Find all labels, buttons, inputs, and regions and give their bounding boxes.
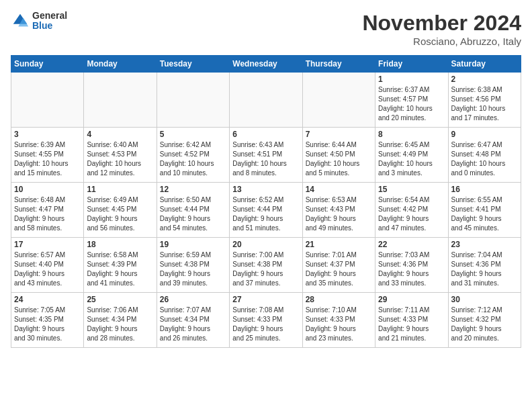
- calendar-cell: 26Sunrise: 7:07 AM Sunset: 4:34 PM Dayli…: [157, 293, 229, 348]
- calendar-cell: 17Sunrise: 6:57 AM Sunset: 4:40 PM Dayli…: [11, 238, 84, 293]
- calendar-cell: 3Sunrise: 6:39 AM Sunset: 4:55 PM Daylig…: [11, 128, 84, 183]
- day-number: 20: [232, 240, 299, 249]
- calendar-cell: 21Sunrise: 7:01 AM Sunset: 4:37 PM Dayli…: [302, 238, 375, 293]
- day-number: 6: [232, 130, 299, 139]
- logo: General Blue: [11, 11, 67, 32]
- col-header-saturday: Saturday: [448, 56, 521, 73]
- month-title: November 2024: [362, 11, 521, 36]
- calendar-cell: 29Sunrise: 7:11 AM Sunset: 4:33 PM Dayli…: [375, 293, 448, 348]
- day-info: Sunrise: 7:05 AM Sunset: 4:35 PM Dayligh…: [14, 306, 81, 343]
- day-info: Sunrise: 7:04 AM Sunset: 4:36 PM Dayligh…: [451, 250, 518, 288]
- day-info: Sunrise: 7:08 AM Sunset: 4:33 PM Dayligh…: [232, 306, 299, 343]
- calendar-week-2: 3Sunrise: 6:39 AM Sunset: 4:55 PM Daylig…: [11, 128, 521, 183]
- day-number: 30: [451, 295, 518, 304]
- day-number: 4: [87, 130, 153, 139]
- calendar-week-1: 1Sunrise: 6:37 AM Sunset: 4:57 PM Daylig…: [11, 73, 521, 128]
- col-header-sunday: Sunday: [11, 56, 84, 73]
- calendar-cell: 18Sunrise: 6:58 AM Sunset: 4:39 PM Dayli…: [84, 238, 157, 293]
- day-info: Sunrise: 6:44 AM Sunset: 4:50 PM Dayligh…: [306, 140, 372, 178]
- calendar-cell: 15Sunrise: 6:54 AM Sunset: 4:42 PM Dayli…: [375, 183, 448, 238]
- day-info: Sunrise: 6:54 AM Sunset: 4:42 PM Dayligh…: [378, 195, 445, 233]
- day-info: Sunrise: 7:00 AM Sunset: 4:38 PM Dayligh…: [232, 250, 299, 288]
- calendar-cell: [302, 73, 375, 128]
- day-info: Sunrise: 6:57 AM Sunset: 4:40 PM Dayligh…: [14, 250, 81, 288]
- day-number: 26: [160, 295, 226, 304]
- day-number: 21: [306, 240, 372, 249]
- calendar-cell: 1Sunrise: 6:37 AM Sunset: 4:57 PM Daylig…: [375, 73, 448, 128]
- day-number: 1: [378, 75, 445, 84]
- day-number: 23: [451, 240, 518, 249]
- calendar-cell: 22Sunrise: 7:03 AM Sunset: 4:36 PM Dayli…: [375, 238, 448, 293]
- calendar-cell: 23Sunrise: 7:04 AM Sunset: 4:36 PM Dayli…: [448, 238, 521, 293]
- day-info: Sunrise: 7:07 AM Sunset: 4:34 PM Dayligh…: [160, 306, 226, 343]
- day-number: 7: [306, 130, 372, 139]
- day-number: 3: [14, 130, 81, 139]
- day-number: 14: [306, 185, 372, 194]
- calendar-header-row: SundayMondayTuesdayWednesdayThursdayFrid…: [11, 56, 521, 73]
- calendar-cell: 7Sunrise: 6:44 AM Sunset: 4:50 PM Daylig…: [302, 128, 375, 183]
- day-info: Sunrise: 6:55 AM Sunset: 4:41 PM Dayligh…: [451, 195, 518, 233]
- calendar-cell: 2Sunrise: 6:38 AM Sunset: 4:56 PM Daylig…: [448, 73, 521, 128]
- calendar-cell: 8Sunrise: 6:45 AM Sunset: 4:49 PM Daylig…: [375, 128, 448, 183]
- day-number: 22: [378, 240, 445, 249]
- day-info: Sunrise: 7:10 AM Sunset: 4:33 PM Dayligh…: [306, 306, 372, 343]
- calendar-cell: [84, 73, 157, 128]
- day-info: Sunrise: 6:59 AM Sunset: 4:38 PM Dayligh…: [160, 250, 226, 288]
- calendar-cell: 20Sunrise: 7:00 AM Sunset: 4:38 PM Dayli…: [230, 238, 302, 293]
- day-number: 10: [14, 185, 81, 194]
- calendar-cell: 30Sunrise: 7:12 AM Sunset: 4:32 PM Dayli…: [448, 293, 521, 348]
- day-number: 29: [378, 295, 445, 304]
- calendar-cell: 4Sunrise: 6:40 AM Sunset: 4:53 PM Daylig…: [84, 128, 157, 183]
- day-info: Sunrise: 7:11 AM Sunset: 4:33 PM Dayligh…: [378, 306, 445, 343]
- calendar-table: SundayMondayTuesdayWednesdayThursdayFrid…: [11, 55, 521, 348]
- day-number: 12: [160, 185, 226, 194]
- day-number: 17: [14, 240, 81, 249]
- day-number: 5: [160, 130, 226, 139]
- day-info: Sunrise: 6:42 AM Sunset: 4:52 PM Dayligh…: [160, 140, 226, 178]
- day-info: Sunrise: 6:43 AM Sunset: 4:51 PM Dayligh…: [232, 140, 299, 178]
- day-number: 13: [232, 185, 299, 194]
- day-number: 18: [87, 240, 153, 249]
- title-block: November 2024 Rosciano, Abruzzo, Italy: [362, 11, 521, 47]
- day-info: Sunrise: 6:53 AM Sunset: 4:43 PM Dayligh…: [306, 195, 372, 233]
- day-info: Sunrise: 6:37 AM Sunset: 4:57 PM Dayligh…: [378, 85, 445, 123]
- page-header: General Blue November 2024 Rosciano, Abr…: [11, 11, 521, 47]
- day-info: Sunrise: 7:12 AM Sunset: 4:32 PM Dayligh…: [451, 306, 518, 343]
- day-info: Sunrise: 6:39 AM Sunset: 4:55 PM Dayligh…: [14, 140, 81, 178]
- location-text: Rosciano, Abruzzo, Italy: [362, 36, 521, 47]
- day-number: 8: [378, 130, 445, 139]
- calendar-cell: 5Sunrise: 6:42 AM Sunset: 4:52 PM Daylig…: [157, 128, 229, 183]
- col-header-thursday: Thursday: [302, 56, 375, 73]
- calendar-cell: 28Sunrise: 7:10 AM Sunset: 4:33 PM Dayli…: [302, 293, 375, 348]
- logo-icon: [11, 11, 30, 30]
- calendar-cell: 13Sunrise: 6:52 AM Sunset: 4:44 PM Dayli…: [230, 183, 302, 238]
- day-number: 28: [306, 295, 372, 304]
- calendar-week-3: 10Sunrise: 6:48 AM Sunset: 4:47 PM Dayli…: [11, 183, 521, 238]
- logo-general-text: General: [32, 11, 67, 21]
- day-number: 15: [378, 185, 445, 194]
- calendar-cell: [157, 73, 229, 128]
- calendar-cell: 19Sunrise: 6:59 AM Sunset: 4:38 PM Dayli…: [157, 238, 229, 293]
- calendar-cell: 9Sunrise: 6:47 AM Sunset: 4:48 PM Daylig…: [448, 128, 521, 183]
- day-info: Sunrise: 6:49 AM Sunset: 4:45 PM Dayligh…: [87, 195, 153, 233]
- day-info: Sunrise: 6:48 AM Sunset: 4:47 PM Dayligh…: [14, 195, 81, 233]
- calendar-cell: 11Sunrise: 6:49 AM Sunset: 4:45 PM Dayli…: [84, 183, 157, 238]
- day-info: Sunrise: 6:40 AM Sunset: 4:53 PM Dayligh…: [87, 140, 153, 178]
- col-header-wednesday: Wednesday: [230, 56, 302, 73]
- calendar-cell: [230, 73, 302, 128]
- calendar-cell: 6Sunrise: 6:43 AM Sunset: 4:51 PM Daylig…: [230, 128, 302, 183]
- logo-blue-text: Blue: [32, 21, 67, 31]
- calendar-cell: 27Sunrise: 7:08 AM Sunset: 4:33 PM Dayli…: [230, 293, 302, 348]
- calendar-cell: [11, 73, 84, 128]
- day-number: 24: [14, 295, 81, 304]
- day-number: 2: [451, 75, 518, 84]
- day-info: Sunrise: 6:58 AM Sunset: 4:39 PM Dayligh…: [87, 250, 153, 288]
- calendar-cell: 24Sunrise: 7:05 AM Sunset: 4:35 PM Dayli…: [11, 293, 84, 348]
- day-info: Sunrise: 7:06 AM Sunset: 4:34 PM Dayligh…: [87, 306, 153, 343]
- calendar-cell: 10Sunrise: 6:48 AM Sunset: 4:47 PM Dayli…: [11, 183, 84, 238]
- day-number: 25: [87, 295, 153, 304]
- day-info: Sunrise: 6:52 AM Sunset: 4:44 PM Dayligh…: [232, 195, 299, 233]
- calendar-cell: 25Sunrise: 7:06 AM Sunset: 4:34 PM Dayli…: [84, 293, 157, 348]
- day-number: 9: [451, 130, 518, 139]
- calendar-cell: 16Sunrise: 6:55 AM Sunset: 4:41 PM Dayli…: [448, 183, 521, 238]
